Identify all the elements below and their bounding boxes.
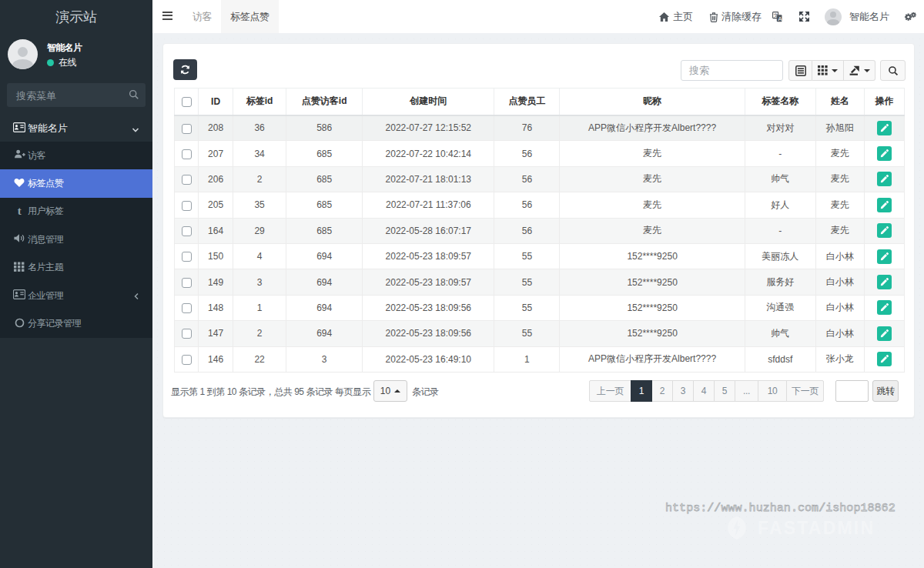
svg-text:A: A (778, 15, 782, 22)
